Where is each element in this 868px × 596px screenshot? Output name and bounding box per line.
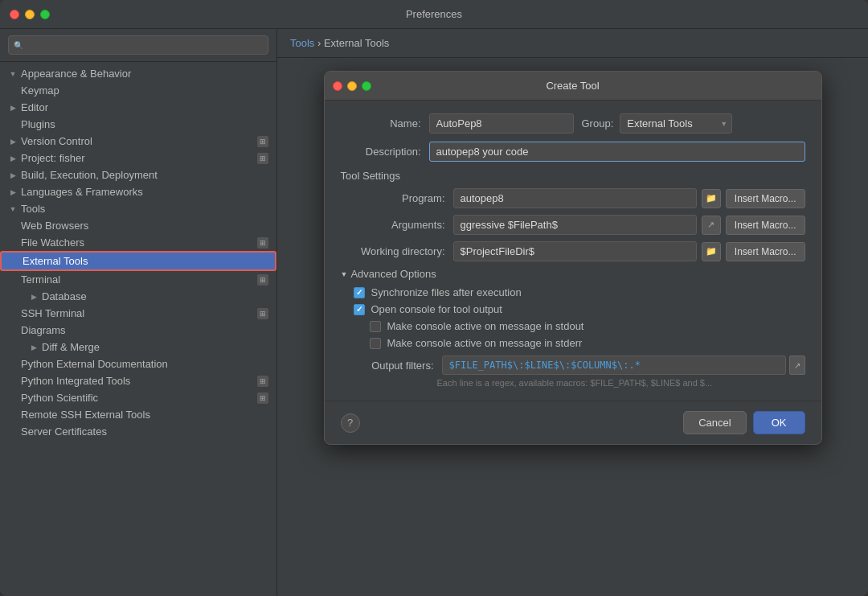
sidebar-item-python-ext-docs[interactable]: Python External Documentation (0, 356, 276, 372)
sidebar-item-diagrams[interactable]: Diagrams (0, 322, 276, 339)
breadcrumb-separator: › (317, 37, 321, 49)
make-active-stderr-checkbox[interactable] (370, 338, 381, 349)
sidebar-item-label: Python External Documentation (21, 358, 168, 370)
working-dir-label: Working directory: (341, 245, 453, 257)
sidebar-item-label: Server Certificates (21, 425, 107, 438)
group-select-wrapper: External Tools (620, 113, 732, 134)
working-dir-folder-button[interactable]: 📁 (702, 242, 721, 261)
sidebar: ▼ Appearance & Behavior Keymap ▶ Editor … (0, 29, 277, 596)
sidebar-item-tools[interactable]: ▼ Tools (0, 200, 276, 217)
output-filters-row: Output filters: ↗ (341, 356, 805, 375)
make-active-stdout-checkbox[interactable] (370, 321, 381, 332)
sidebar-item-web-browsers[interactable]: Web Browsers (0, 217, 276, 234)
program-folder-button[interactable]: 📁 (702, 189, 721, 208)
sidebar-item-label: Appearance & Behavior (21, 68, 131, 80)
close-button[interactable] (10, 10, 19, 19)
name-row: Name: Group: External Tools (341, 113, 805, 134)
sidebar-item-ssh-terminal[interactable]: SSH Terminal ⊞ (0, 305, 276, 322)
sidebar-item-keymap[interactable]: Keymap (0, 82, 276, 99)
badge-icon: ⊞ (257, 274, 268, 286)
arguments-expand-button[interactable]: ↗ (702, 216, 721, 235)
open-console-checkbox[interactable] (354, 304, 365, 315)
dialog-minimize-button[interactable] (347, 81, 357, 91)
advanced-options-label: Advanced Options (350, 268, 436, 280)
sidebar-item-editor[interactable]: ▶ Editor (0, 99, 276, 116)
chevron-right-icon: ▶ (29, 343, 39, 352)
chevron-right-icon: ▶ (8, 171, 18, 180)
arguments-row: Arguments: ↗ Insert Macro... (341, 215, 805, 235)
arguments-label: Arguments: (341, 219, 453, 231)
sidebar-item-appearance[interactable]: ▼ Appearance & Behavior (0, 65, 276, 82)
make-active-stdout-label: Make console active on message in stdout (387, 320, 584, 332)
search-input[interactable] (8, 35, 268, 55)
working-dir-input-wrapper: 📁 Insert Macro... (453, 241, 805, 261)
sidebar-item-languages[interactable]: ▶ Languages & Frameworks (0, 183, 276, 200)
sidebar-item-diff-merge[interactable]: ▶ Diff & Merge (0, 339, 276, 356)
sidebar-item-label: SSH Terminal (21, 307, 84, 319)
sidebar-item-terminal[interactable]: Terminal ⊞ (0, 271, 276, 288)
sync-files-checkbox[interactable] (354, 287, 365, 298)
program-input-wrapper: 📁 Insert Macro... (453, 188, 805, 208)
chevron-right-icon: ▶ (29, 292, 39, 302)
dialog-titlebar: Create Tool (325, 72, 821, 101)
sidebar-item-label: Keymap (21, 84, 59, 97)
sidebar-item-project[interactable]: ▶ Project: fisher ⊞ (0, 150, 276, 166)
dialog-footer: ? Cancel OK (325, 401, 821, 444)
group-select[interactable]: External Tools (620, 113, 732, 134)
badge-icon: ⊞ (257, 153, 268, 164)
sidebar-item-file-watchers[interactable]: File Watchers ⊞ (0, 234, 276, 251)
chevron-right-icon: ▶ (8, 154, 18, 163)
cancel-button[interactable]: Cancel (683, 411, 746, 434)
sidebar-item-remote-ssh[interactable]: Remote SSH External Tools (0, 406, 276, 423)
sidebar-item-label: Tools (21, 203, 45, 215)
panel-content: Create Tool Name: Group: External T (277, 58, 868, 596)
breadcrumb-current: External Tools (324, 37, 389, 49)
main-content: ▼ Appearance & Behavior Keymap ▶ Editor … (0, 29, 868, 596)
help-button[interactable]: ? (341, 413, 360, 433)
output-filters-hint: Each line is a regex, available macros: … (341, 378, 805, 388)
sync-files-row: Synchronize files after execution (341, 286, 805, 298)
sidebar-item-version-control[interactable]: ▶ Version Control ⊞ (0, 133, 276, 150)
advanced-options-header[interactable]: ▼ Advanced Options (341, 268, 805, 280)
sidebar-item-database[interactable]: ▶ Database (0, 288, 276, 305)
sidebar-item-external-tools[interactable]: External Tools (0, 251, 276, 271)
sidebar-item-plugins[interactable]: Plugins (0, 116, 276, 133)
make-active-stderr-row: Make console active on message in stderr (341, 337, 805, 349)
program-insert-macro-button[interactable]: Insert Macro... (726, 189, 805, 208)
minimize-button[interactable] (25, 10, 35, 19)
name-input[interactable] (429, 113, 574, 134)
dialog-maximize-button[interactable] (362, 81, 371, 91)
sidebar-item-label: Diff & Merge (42, 341, 100, 353)
sidebar-item-label: Languages & Frameworks (21, 186, 143, 198)
sidebar-item-label: Remote SSH External Tools (21, 409, 150, 421)
sidebar-item-label: Version Control (21, 135, 92, 147)
open-console-label: Open console for tool output (371, 303, 502, 315)
make-active-stdout-row: Make console active on message in stdout (341, 320, 805, 332)
dialog-close-button[interactable] (333, 81, 342, 91)
badge-icon: ⊞ (257, 308, 268, 319)
output-filters-expand-button[interactable]: ↗ (789, 356, 805, 375)
description-input[interactable] (429, 142, 805, 162)
arguments-input-wrapper: ↗ Insert Macro... (453, 215, 805, 235)
arguments-input[interactable] (453, 215, 697, 235)
traffic-lights (10, 10, 50, 19)
working-dir-input[interactable] (453, 241, 697, 261)
arguments-insert-macro-button[interactable]: Insert Macro... (726, 216, 805, 235)
footer-buttons: Cancel OK (683, 411, 805, 434)
output-filters-input[interactable] (442, 356, 786, 375)
sidebar-item-build[interactable]: ▶ Build, Execution, Deployment (0, 166, 276, 183)
sidebar-item-server-certs[interactable]: Server Certificates (0, 423, 276, 440)
sidebar-item-python-scientific[interactable]: Python Scientific ⊞ (0, 389, 276, 406)
sidebar-item-python-int-tools[interactable]: Python Integrated Tools ⊞ (0, 372, 276, 389)
tool-settings-header: Tool Settings (341, 170, 805, 182)
breadcrumb-root[interactable]: Tools (290, 37, 314, 49)
maximize-button[interactable] (40, 10, 50, 19)
ok-button[interactable]: OK (753, 411, 805, 434)
program-input[interactable] (453, 188, 697, 208)
advanced-section: ▼ Advanced Options Synchronize files aft… (341, 268, 805, 388)
working-dir-insert-macro-button[interactable]: Insert Macro... (726, 242, 805, 261)
group-row: Group: External Tools (582, 113, 733, 134)
search-wrapper (8, 35, 268, 55)
create-tool-dialog: Create Tool Name: Group: External T (324, 71, 822, 445)
chevron-right-icon: ▶ (8, 103, 18, 113)
